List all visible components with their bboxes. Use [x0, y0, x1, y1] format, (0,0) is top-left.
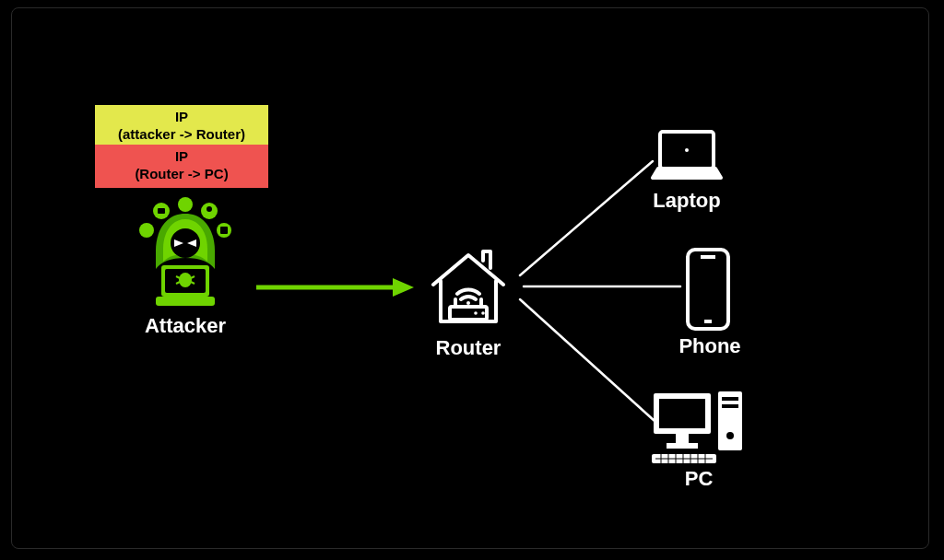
phone-label: Phone	[668, 334, 751, 358]
svg-rect-35	[676, 434, 689, 443]
svg-rect-19	[450, 307, 487, 320]
pc-icon	[648, 388, 749, 467]
svg-point-23	[474, 311, 478, 315]
svg-rect-34	[659, 399, 705, 428]
packet-inner-line2: (Router -> PC)	[135, 166, 228, 181]
router-icon	[422, 240, 514, 332]
laptop-icon	[645, 126, 728, 191]
svg-rect-7	[220, 227, 228, 234]
svg-rect-5	[158, 208, 165, 214]
attacker-label: Attacker	[121, 314, 250, 338]
svg-marker-18	[393, 278, 414, 297]
router-label: Router	[422, 336, 514, 360]
svg-rect-38	[722, 397, 738, 401]
phone-icon	[682, 246, 734, 332]
arrow-attacker-router	[254, 276, 416, 298]
svg-point-40	[726, 432, 734, 439]
svg-line-27	[520, 299, 655, 421]
packet-box-inner: IP (Router -> PC)	[95, 145, 268, 188]
svg-point-0	[139, 223, 154, 238]
packet-outer-line1: IP	[175, 109, 188, 124]
svg-rect-30	[688, 250, 728, 329]
svg-point-12	[179, 273, 192, 287]
svg-rect-36	[667, 443, 698, 449]
svg-rect-11	[156, 297, 215, 306]
svg-point-29	[685, 148, 689, 152]
laptop-label: Laptop	[645, 189, 728, 213]
diagram-frame: IP (attacker -> Router) IP (Router -> PC…	[11, 7, 929, 549]
svg-point-22	[466, 301, 470, 305]
packet-inner-line1: IP	[175, 148, 188, 164]
attacker-icon	[130, 197, 241, 308]
svg-line-25	[520, 161, 653, 275]
svg-point-24	[481, 311, 485, 315]
packet-outer-line2: (attacker -> Router)	[118, 126, 245, 142]
pc-label: PC	[657, 467, 740, 491]
svg-rect-39	[722, 404, 738, 408]
packet-box-outer: IP (attacker -> Router)	[95, 105, 268, 148]
svg-point-6	[206, 206, 212, 212]
svg-point-2	[178, 197, 193, 212]
